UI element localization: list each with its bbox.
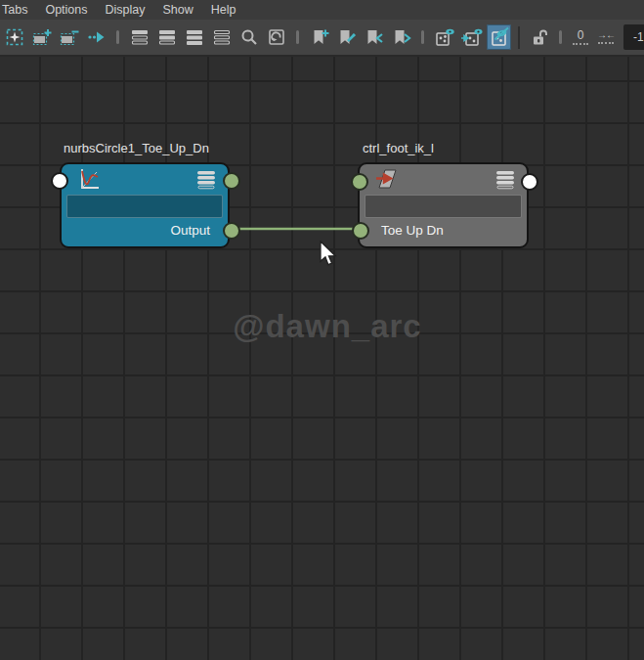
mouse-cursor-icon <box>319 241 338 268</box>
bookmark-edit-icon[interactable] <box>334 24 359 50</box>
toolbar-separator <box>421 30 424 44</box>
port-label-output: Output <box>170 223 210 238</box>
toolbar-separator <box>518 26 520 49</box>
traversal-depth-field[interactable]: -1 <box>623 24 644 50</box>
transform-icon <box>374 167 400 193</box>
dotted-bar <box>573 43 588 45</box>
hide-attributes-icon[interactable] <box>487 24 511 50</box>
output-attr-port[interactable] <box>223 222 240 240</box>
menu-show[interactable]: Show <box>154 1 202 19</box>
collapse-arrows-glyph: →← <box>597 30 615 40</box>
watermark-text: @dawn_arc <box>220 308 435 345</box>
node-title-ctrl-foot: ctrl_foot_ik_l <box>363 141 434 155</box>
decrease-traversal-depth-button[interactable]: →← <box>594 30 618 44</box>
bookmark-add-icon[interactable] <box>307 24 331 50</box>
toolbar-separator <box>296 30 299 44</box>
add-nodes-icon[interactable] <box>29 24 54 50</box>
attribute-box[interactable] <box>365 195 522 218</box>
node-nurbscircle1-toe-up-dn[interactable]: Output <box>60 162 230 248</box>
display-full-icon[interactable] <box>182 24 206 50</box>
anim-curve-icon <box>76 167 102 193</box>
toolbar: 0 →← -1 ←→ ∞ <box>0 20 644 57</box>
add-input-connections-icon[interactable] <box>84 24 108 50</box>
bookmark-next-icon[interactable] <box>389 24 413 50</box>
node-output-port[interactable] <box>521 173 538 191</box>
display-connected-icon[interactable] <box>154 24 179 50</box>
lock-open-icon[interactable] <box>527 24 551 50</box>
select-marquee-icon[interactable] <box>2 24 26 50</box>
toe-up-dn-attr-port[interactable] <box>352 222 369 240</box>
port-label-toe-up-dn: Toe Up Dn <box>381 223 444 238</box>
menu-display[interactable]: Display <box>97 1 154 19</box>
remove-nodes-icon[interactable] <box>57 24 81 50</box>
node-output-port[interactable] <box>223 172 240 190</box>
toolbar-separator <box>559 30 562 44</box>
menu-options[interactable]: Options <box>36 1 96 19</box>
attributes-menu-icon[interactable] <box>496 171 514 190</box>
traversal-depth-zero-button[interactable]: 0 <box>570 29 591 45</box>
attribute-box[interactable] <box>66 195 223 218</box>
display-simple-icon[interactable] <box>127 24 151 50</box>
node-input-port[interactable] <box>51 172 68 190</box>
display-custom-icon[interactable] <box>209 24 234 50</box>
bookmark-previous-icon[interactable] <box>362 24 386 50</box>
node-graph-canvas[interactable]: @dawn_arc nurbsCircle1_Toe_Up_Dn ctrl_fo… <box>0 57 644 660</box>
toolbar-separator <box>116 30 119 44</box>
node-input-port[interactable] <box>351 173 368 191</box>
menu-help[interactable]: Help <box>202 1 245 19</box>
menu-tabs[interactable]: Tabs <box>0 1 36 19</box>
search-icon[interactable] <box>236 24 261 50</box>
menubar: Tabs Options Display Show Help <box>0 0 644 20</box>
depth-zero-label: 0 <box>578 29 584 41</box>
show-connected-attributes-icon[interactable] <box>459 24 484 50</box>
attributes-menu-icon[interactable] <box>197 171 215 190</box>
show-primary-attributes-icon[interactable] <box>432 24 456 50</box>
node-title-nurbscircle: nurbsCircle1_Toe_Up_Dn <box>64 141 209 155</box>
node-ctrl-foot-ik-l[interactable]: Toe Up Dn <box>358 162 529 248</box>
dotted-bar <box>598 42 614 44</box>
frame-all-icon[interactable] <box>264 24 288 50</box>
